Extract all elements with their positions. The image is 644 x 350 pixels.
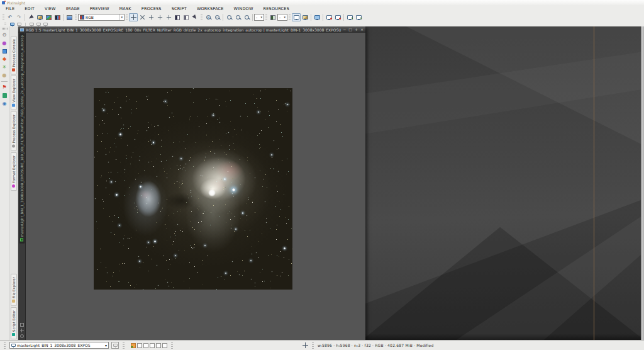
- toolbar-drag-handle[interactable]: [3, 14, 4, 21]
- save-window-button[interactable]: [345, 13, 354, 21]
- workspace-square-active[interactable]: [131, 343, 136, 348]
- tab-process-console[interactable]: Process Console: [11, 36, 17, 74]
- redo-button[interactable]: ↷: [14, 13, 23, 21]
- mask-combo[interactable]: - ▾: [277, 14, 287, 21]
- window-cascade-button[interactable]: [17, 23, 21, 26]
- select-mode-button[interactable]: [129, 13, 138, 21]
- close-window-button[interactable]: [325, 13, 333, 21]
- new-image-window-button[interactable]: [292, 13, 301, 21]
- tab-file-explorer[interactable]: File Explorer: [11, 274, 17, 306]
- menu-image[interactable]: IMAGE: [66, 6, 80, 11]
- undo-button[interactable]: ↶: [6, 13, 14, 21]
- app-titlebar[interactable]: PixInsight: [0, 0, 644, 5]
- menu-mask[interactable]: MASK: [119, 6, 131, 11]
- new-pic-window-button[interactable]: [301, 13, 309, 21]
- zoom-level-combo[interactable]: - ▾: [254, 14, 264, 21]
- pan-mode-button[interactable]: [155, 13, 164, 21]
- orange-process-icon[interactable]: ◆: [3, 57, 6, 62]
- menu-workspace[interactable]: WORKSPACE: [197, 6, 224, 11]
- toolbar-drag-handle[interactable]: [75, 14, 77, 21]
- fit-window-button[interactable]: [147, 13, 155, 21]
- readout-button[interactable]: [20, 334, 24, 338]
- track-view-button[interactable]: [20, 329, 24, 332]
- orion-nebula-image[interactable]: [94, 88, 292, 290]
- zoom-in-button[interactable]: +: [204, 13, 213, 21]
- tab-format-explorer[interactable]: Format Explorer: [11, 152, 17, 191]
- workspace[interactable]: RGB 1:5 masterLight_BIN_1_3008x3008_EXPO…: [18, 26, 644, 340]
- zoom-11-button[interactable]: [225, 13, 233, 21]
- tab-process-explorer[interactable]: Process Explorer: [11, 111, 17, 151]
- save-as-window-button[interactable]: [354, 13, 363, 21]
- tan-process-icon[interactable]: ●: [3, 73, 7, 78]
- menu-file[interactable]: FILE: [6, 6, 14, 11]
- screen-transfer-button[interactable]: [35, 13, 44, 21]
- flag-process-icon[interactable]: ⚑: [2, 85, 6, 90]
- channel-selector-combo[interactable]: RGB ▾: [78, 14, 125, 21]
- zoom-out-button[interactable]: −: [213, 13, 221, 21]
- dock-drag-handle[interactable]: [2, 28, 8, 30]
- preview-mode-button[interactable]: [182, 13, 191, 21]
- iconize-button[interactable]: −: [343, 28, 346, 31]
- target-process-icon[interactable]: ◉: [3, 101, 7, 106]
- menu-view[interactable]: VIEW: [45, 6, 56, 11]
- window-tile-button[interactable]: [10, 23, 14, 26]
- app-icon: [2, 1, 5, 4]
- statusbar-drag-handle[interactable]: [4, 342, 6, 349]
- close-all-windows-button[interactable]: [333, 13, 342, 21]
- menu-preview[interactable]: PREVIEW: [90, 6, 109, 11]
- zoom-to-fit-button[interactable]: [138, 13, 147, 21]
- green-doc-process-icon[interactable]: [3, 93, 7, 98]
- shade-button[interactable]: □: [348, 28, 352, 31]
- readout-mode-button[interactable]: [173, 13, 182, 21]
- zoom-optimal-button[interactable]: [242, 13, 251, 21]
- gear-process-icon[interactable]: ⚙: [2, 33, 6, 38]
- window-select-button[interactable]: [111, 342, 119, 349]
- blue-square-process-icon[interactable]: [3, 49, 7, 54]
- image-window-titlebar[interactable]: RGB 1:5 masterLight_BIN_1_3008x3008_EXPO…: [18, 26, 365, 33]
- menu-script[interactable]: SCRIPT: [172, 6, 187, 11]
- menu-resources[interactable]: RESOURCES: [264, 6, 289, 11]
- workspace-square[interactable]: [156, 343, 161, 348]
- contract-arrows-icon: [148, 15, 153, 20]
- toolbar-drag-handle[interactable]: [126, 14, 128, 21]
- window-arrange-button-2[interactable]: [36, 23, 41, 26]
- stf-button[interactable]: [65, 13, 74, 21]
- rgb-channels-icon: [80, 15, 84, 20]
- workspace-square[interactable]: [137, 343, 142, 348]
- toolbar-drag-handle[interactable]: [201, 14, 203, 21]
- process-explorer-icon: [12, 145, 15, 148]
- menu-edit[interactable]: EDIT: [25, 6, 35, 11]
- menu-window[interactable]: WINDOW: [234, 6, 253, 11]
- image-color-button-2[interactable]: [53, 13, 62, 21]
- image-canvas[interactable]: [26, 33, 365, 340]
- cursor-mode-button[interactable]: [191, 13, 199, 21]
- workspace-square[interactable]: [143, 343, 148, 348]
- right-dock-handle[interactable]: [641, 26, 644, 340]
- statusbar-drag-handle[interactable]: [123, 342, 125, 349]
- window-arrange-button-1[interactable]: [30, 23, 34, 26]
- tab-script-editor[interactable]: Script Editor: [11, 307, 17, 339]
- window-arrange-button-3[interactable]: [43, 23, 48, 26]
- flip-view-button[interactable]: [26, 13, 35, 21]
- zoom-fit-button[interactable]: [233, 13, 242, 21]
- mask-toggle-button[interactable]: [269, 13, 277, 21]
- toolbar-drag-handle[interactable]: [4, 23, 6, 26]
- toolbar-drag-handle[interactable]: [265, 14, 267, 21]
- view-selector-combo[interactable]: masterLight_BIN_1_3008x3008_EXPOS ▾: [9, 342, 109, 349]
- center-view-button[interactable]: [164, 13, 173, 21]
- image-color-button-1[interactable]: [44, 13, 53, 21]
- tab-view-explorer[interactable]: View Explorer: [11, 76, 17, 110]
- toolbar-drag-handle[interactable]: [289, 14, 291, 21]
- sync-views-button[interactable]: [20, 323, 24, 327]
- menu-process[interactable]: PROCESS: [142, 6, 162, 11]
- main-view-tab[interactable]: masterLight_BIN_1_3008x3008_EXPOSURE_180…: [19, 33, 25, 243]
- statusbar-drag-handle[interactable]: [312, 342, 314, 349]
- zoom-window-button[interactable]: +: [355, 28, 358, 31]
- workspace-square[interactable]: [150, 343, 155, 348]
- close-button[interactable]: ×: [360, 28, 364, 31]
- duplicate-window-button[interactable]: [313, 13, 321, 21]
- statusbar-drag-handle[interactable]: [171, 342, 173, 349]
- workspace-square[interactable]: [162, 343, 167, 348]
- green-star-process-icon[interactable]: ✳: [3, 65, 7, 70]
- purple-process-icon[interactable]: ●: [3, 41, 7, 46]
